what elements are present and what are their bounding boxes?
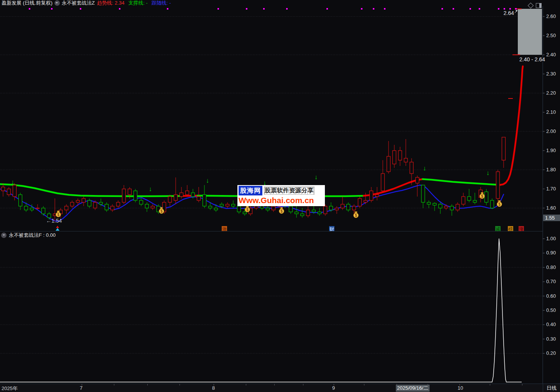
candlestick: [496, 172, 500, 198]
money-bag-icon: $: [245, 206, 250, 212]
candlestick: [301, 214, 304, 216]
indicator-spike-line: [0, 239, 522, 382]
price-label: 2.10: [546, 109, 556, 115]
signal-dot: [263, 8, 265, 10]
signal-dot: [29, 8, 30, 10]
diamond-icon[interactable]: [528, 3, 534, 9]
signal-dot: [469, 8, 471, 10]
watermark: 股海网 股票软件资源分享 Www.Guhai.com.cn: [237, 185, 325, 206]
candlestick: [445, 206, 448, 208]
candlestick: [99, 202, 103, 204]
candlestick: [2, 187, 5, 191]
candlestick: [376, 195, 379, 197]
x-axis-label: 2025年: [2, 385, 18, 392]
stock-chart-window: 盈新发展 (日线.前复权) 永不被套战法Z 趋势线: 2.34 支撑线: - 跟…: [0, 0, 560, 392]
candlestick: [209, 206, 212, 208]
candlestick: [416, 177, 419, 183]
event-tag-label: 激: [222, 226, 227, 232]
projection-range-label: 2.40 - 2.64: [519, 56, 545, 62]
sub-indicator-chart[interactable]: 1.000.900.800.700.600.500.400.300.20: [0, 232, 560, 384]
signal-dot: [361, 8, 362, 10]
candlestick: [19, 195, 22, 206]
signal-dot: [80, 8, 81, 10]
price-label: 1.90: [546, 148, 556, 153]
candlestick: [422, 185, 425, 202]
candlestick: [352, 206, 356, 210]
triangle-marker-red: [56, 226, 59, 228]
x-axis-tick: [274, 384, 275, 385]
candlestick: [226, 204, 229, 206]
candlestick: [232, 204, 235, 206]
signal-dot: [441, 8, 443, 10]
event-tag: 减: [495, 226, 501, 232]
signal-dot: [504, 8, 505, 10]
candlestick: [266, 208, 270, 210]
candlestick: [36, 208, 40, 208]
chart-corner-buttons: [529, 3, 542, 8]
trend-line: [182, 196, 198, 196]
money-bag-dollar: $: [355, 213, 357, 218]
candlestick: [76, 200, 80, 202]
candlestick: [502, 137, 506, 160]
candlestick: [347, 204, 350, 210]
candlestick: [134, 191, 137, 200]
x-axis-tick: [147, 384, 148, 385]
price-label: 1.70: [546, 186, 556, 192]
projection-range-box: [518, 9, 542, 55]
low-price-label: ←1.54: [46, 218, 62, 224]
trend-line: [423, 179, 500, 185]
candlestick: [306, 210, 310, 216]
selected-date-label: 2025/09/16/二: [396, 385, 430, 392]
candlestick: [117, 202, 120, 206]
event-tag: 激: [222, 226, 227, 232]
signal-dot: [286, 8, 288, 10]
candlestick: [462, 197, 465, 204]
candlestick: [491, 200, 494, 208]
triangle-marker-cyan: [56, 228, 59, 231]
split-window-icon[interactable]: [536, 3, 542, 8]
watermark-url: Www.Guhai.com.cn: [239, 195, 324, 205]
candlestick: [341, 204, 344, 208]
collapse-indicator-icon[interactable]: [54, 0, 60, 6]
price-label: 2.50: [546, 33, 556, 38]
support-line-value: 支撑线: -: [128, 0, 148, 6]
signal-dot: [453, 8, 454, 10]
money-bag-dollar: $: [498, 202, 501, 207]
signal-dot: [373, 8, 374, 10]
candlestick: [186, 191, 189, 195]
candlestick: [404, 158, 408, 162]
money-bag-dollar: $: [481, 194, 483, 198]
follow-line-value: 跟随线: -: [152, 0, 171, 6]
candlestick: [312, 210, 316, 212]
x-axis-label: 9: [332, 385, 335, 391]
signal-dot: [217, 8, 219, 10]
event-tag-label: 财: [329, 226, 334, 232]
candlestick: [42, 208, 45, 214]
signal-dot: [51, 8, 53, 10]
candlestick: [214, 208, 218, 210]
x-axis-tick: [180, 384, 180, 385]
event-tag-label: 减: [496, 226, 500, 232]
price-label: 1.60: [546, 205, 556, 211]
stock-title: 盈新发展 (日线.前复权): [2, 0, 53, 6]
last-price-label: 1.55: [545, 215, 555, 221]
money-bag-dollar: $: [57, 213, 59, 217]
candlestick: [410, 162, 413, 174]
candlestick: [450, 206, 454, 210]
signal-dot: [384, 8, 385, 10]
candlestick: [243, 212, 247, 214]
value-label: 0.30: [546, 336, 556, 342]
value-label: 0.90: [546, 250, 556, 256]
period-selector[interactable]: 日线: [543, 384, 560, 392]
candlestick: [456, 204, 460, 210]
candlestick: [140, 200, 143, 204]
candlestick: [94, 202, 97, 208]
signal-dot: [498, 8, 499, 10]
event-tag-label: 榜: [508, 226, 513, 232]
indicator-title: 永不被套战法Z: [62, 0, 95, 6]
candlestick: [203, 195, 206, 206]
signal-dot: [167, 8, 168, 10]
signal-dot: [515, 8, 517, 10]
candlestick: [237, 206, 241, 212]
x-axis-label: 8: [212, 385, 215, 391]
